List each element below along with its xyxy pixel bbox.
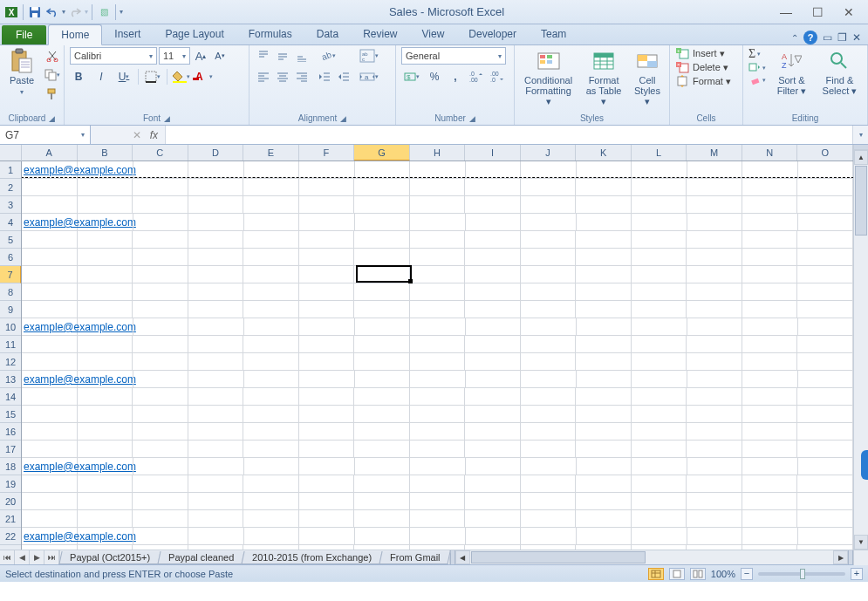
cell-A21[interactable] xyxy=(22,510,78,527)
cell-M22[interactable] xyxy=(687,528,743,544)
cell-G4[interactable] xyxy=(355,214,411,230)
cell-F5[interactable] xyxy=(299,231,355,248)
cell-K20[interactable] xyxy=(576,493,632,509)
cell-M4[interactable] xyxy=(687,214,743,230)
horizontal-scrollbar[interactable]: ◀ ▶ xyxy=(449,550,853,564)
cell-C22[interactable] xyxy=(133,528,189,544)
cell-I21[interactable] xyxy=(465,510,521,527)
cell-K19[interactable] xyxy=(576,475,632,492)
cell-M12[interactable] xyxy=(687,353,742,370)
cell-L20[interactable] xyxy=(632,493,687,509)
font-face-select[interactable]: Calibri▾ xyxy=(70,47,157,65)
tab-review[interactable]: Review xyxy=(351,24,409,44)
conditional-formatting-button[interactable]: Conditional Formatting ▾ xyxy=(520,47,577,108)
cell-F10[interactable] xyxy=(299,318,355,335)
cell-I19[interactable] xyxy=(465,475,521,492)
cell-E17[interactable] xyxy=(243,441,299,457)
cell-B6[interactable] xyxy=(78,249,133,265)
cell-C7[interactable] xyxy=(133,266,188,283)
row-header-16[interactable]: 16 xyxy=(0,423,21,441)
cell-D3[interactable] xyxy=(188,196,244,213)
vertical-scroll-thumb[interactable] xyxy=(855,166,867,236)
cell-D14[interactable] xyxy=(188,388,244,405)
cell-D8[interactable] xyxy=(188,283,244,300)
column-header-E[interactable]: E xyxy=(243,145,299,160)
cell-B3[interactable] xyxy=(78,196,133,213)
cell-G11[interactable] xyxy=(354,336,410,352)
cell-I15[interactable] xyxy=(465,406,521,422)
column-header-C[interactable]: C xyxy=(133,145,188,160)
undo-icon[interactable] xyxy=(44,4,60,20)
cell-A11[interactable] xyxy=(22,336,78,352)
cell-B19[interactable] xyxy=(78,475,133,492)
column-header-I[interactable]: I xyxy=(465,145,521,160)
decrease-font-button[interactable]: A▾ xyxy=(211,47,229,65)
cell-N10[interactable] xyxy=(742,318,798,335)
font-color-button[interactable]: A▾ xyxy=(195,68,213,85)
cell-J2[interactable] xyxy=(521,179,577,195)
cell-E6[interactable] xyxy=(243,249,299,265)
find-select-button[interactable]: Find & Select ▾ xyxy=(817,47,862,98)
cell-E22[interactable] xyxy=(244,528,300,544)
clipboard-dialog-launcher-icon[interactable]: ◢ xyxy=(49,114,55,123)
cell-B13[interactable] xyxy=(78,371,133,387)
cell-A19[interactable] xyxy=(22,475,78,492)
cell-G12[interactable] xyxy=(354,353,410,370)
cell-F2[interactable] xyxy=(299,179,355,195)
cell-M21[interactable] xyxy=(687,510,742,527)
sheet-nav-first-button[interactable]: ⏮ xyxy=(0,550,15,564)
cell-E7[interactable] xyxy=(243,266,299,283)
cell-D10[interactable] xyxy=(188,318,244,335)
cell-I3[interactable] xyxy=(465,196,521,213)
cell-E10[interactable] xyxy=(244,318,300,335)
cell-O4[interactable] xyxy=(798,214,854,230)
zoom-level[interactable]: 100% xyxy=(711,569,735,579)
cell-N4[interactable] xyxy=(742,214,798,230)
row-header-10[interactable]: 10 xyxy=(0,318,21,336)
cell-L17[interactable] xyxy=(632,441,687,457)
cell-C5[interactable] xyxy=(133,231,188,248)
zoom-out-button[interactable]: − xyxy=(741,568,753,580)
format-as-table-button[interactable]: Format as Table ▾ xyxy=(582,47,625,108)
cell-H13[interactable] xyxy=(410,371,466,387)
cell-D5[interactable] xyxy=(188,231,244,248)
cell-L6[interactable] xyxy=(632,249,687,265)
cell-G7[interactable] xyxy=(354,266,410,283)
cell-K8[interactable] xyxy=(576,283,632,300)
cells-area[interactable]: example@example.comexample@example.comex… xyxy=(22,161,853,550)
cell-C8[interactable] xyxy=(133,283,188,300)
cell-J1[interactable] xyxy=(521,161,577,178)
cell-A15[interactable] xyxy=(22,406,78,422)
cell-M15[interactable] xyxy=(687,406,742,422)
cell-A10[interactable]: example@example.com xyxy=(22,318,78,335)
cell-N13[interactable] xyxy=(742,371,798,387)
format-painter-button[interactable] xyxy=(44,85,61,103)
cell-F14[interactable] xyxy=(299,388,355,405)
cell-O10[interactable] xyxy=(798,318,854,335)
cell-B2[interactable] xyxy=(78,179,133,195)
cell-O1[interactable] xyxy=(798,161,854,178)
cell-F22[interactable] xyxy=(299,528,355,544)
workbook-restore-icon[interactable]: ❐ xyxy=(837,31,847,44)
cell-H6[interactable] xyxy=(410,249,466,265)
cell-N2[interactable] xyxy=(742,179,798,195)
align-center-button[interactable] xyxy=(274,68,291,85)
row-header-21[interactable]: 21 xyxy=(0,510,21,528)
cell-C13[interactable] xyxy=(133,371,189,387)
cell-H11[interactable] xyxy=(410,336,466,352)
cell-F21[interactable] xyxy=(299,510,355,527)
row-header-6[interactable]: 6 xyxy=(0,249,21,266)
cell-M14[interactable] xyxy=(687,388,742,405)
fill-button[interactable]: ▾ xyxy=(748,63,766,73)
cell-H20[interactable] xyxy=(410,493,466,509)
tab-home[interactable]: Home xyxy=(48,24,102,45)
cell-G13[interactable] xyxy=(355,371,411,387)
cell-O16[interactable] xyxy=(797,423,853,440)
cell-C10[interactable] xyxy=(133,318,189,335)
cell-L22[interactable] xyxy=(632,528,687,544)
row-header-13[interactable]: 13 xyxy=(0,371,21,388)
cell-J6[interactable] xyxy=(521,249,577,265)
cell-styles-button[interactable]: Cell Styles ▾ xyxy=(631,47,664,108)
cell-O21[interactable] xyxy=(797,510,853,527)
row-header-5[interactable]: 5 xyxy=(0,231,21,249)
